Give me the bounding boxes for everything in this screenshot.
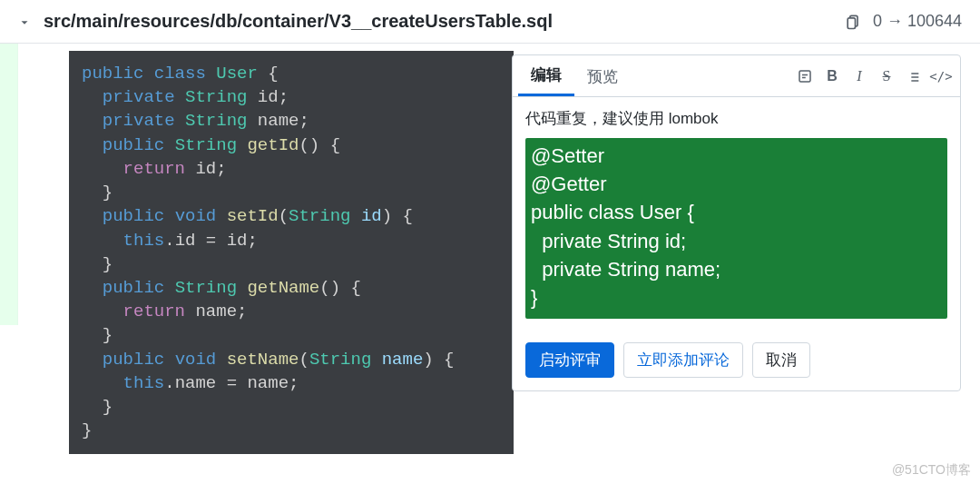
file-path[interactable]: src/main/resources/db/container/V3__crea…	[44, 11, 844, 32]
comment-panel: 编辑 预览 B I S </> 代码重复，建议使用 lombok @Setter…	[512, 54, 961, 391]
code-diff-block: public class User { private String id; p…	[69, 51, 514, 454]
comment-text[interactable]: 代码重复，建议使用 lombok	[525, 108, 947, 129]
strikethrough-icon[interactable]: S	[873, 64, 900, 88]
list-icon[interactable]	[900, 64, 927, 87]
diff-addition-gutter	[0, 44, 18, 325]
comment-body: 代码重复，建议使用 lombok @Setter @Getter public …	[513, 97, 960, 331]
add-comment-now-button[interactable]: 立即添加评论	[623, 342, 743, 378]
tab-preview[interactable]: 预览	[574, 57, 631, 95]
start-review-button[interactable]: 启动评审	[525, 342, 614, 378]
comment-toolbar: 编辑 预览 B I S </>	[513, 55, 960, 97]
svg-rect-2	[799, 71, 810, 82]
code-icon[interactable]: </>	[927, 65, 955, 87]
svg-rect-1	[848, 17, 855, 28]
comment-actions: 启动评审 立即添加评论 取消	[513, 331, 960, 390]
suggestion-code-block[interactable]: @Setter @Getter public class User { priv…	[525, 138, 947, 319]
tab-edit[interactable]: 编辑	[518, 55, 574, 96]
file-mode-change: 0 → 100644	[873, 12, 962, 31]
file-header: src/main/resources/db/container/V3__crea…	[0, 0, 980, 44]
chevron-down-icon[interactable]	[18, 14, 31, 28]
watermark: @51CTO博客	[892, 462, 971, 479]
italic-icon[interactable]: I	[846, 64, 873, 88]
cancel-button[interactable]: 取消	[752, 342, 810, 378]
bold-icon[interactable]: B	[818, 64, 846, 88]
suggestion-icon[interactable]	[791, 64, 818, 88]
clipboard-icon[interactable]	[844, 13, 862, 31]
content-row: public class User { private String id; p…	[0, 44, 980, 454]
